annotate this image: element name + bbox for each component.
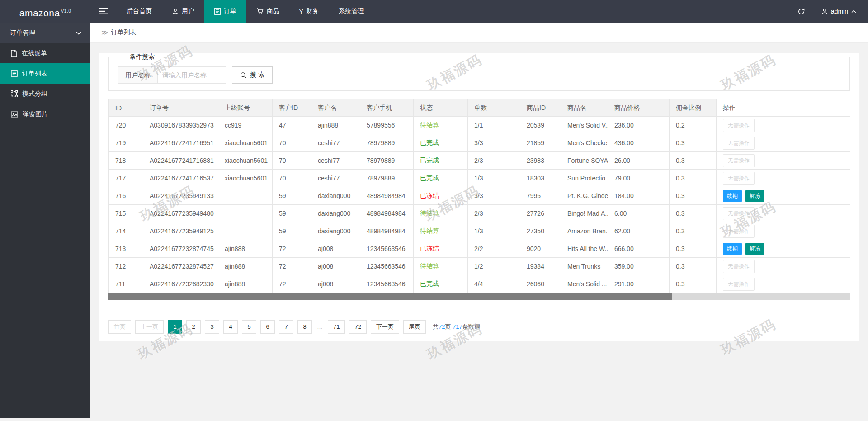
page-button-72[interactable]: 72 <box>349 320 366 334</box>
cell-order_count: 1/3 <box>468 170 520 187</box>
username-field-label: 用户名称 <box>118 66 158 84</box>
cell-parent_account: ajin888 <box>218 275 273 293</box>
cell-customer_phone: 78979889 <box>360 170 414 187</box>
cell-order_count: 2/3 <box>468 152 520 170</box>
page-button-8[interactable]: 8 <box>297 320 312 334</box>
cell-order_no: A02241677232874745 <box>143 240 218 258</box>
cell-order_count: 2/2 <box>468 240 520 258</box>
cell-status: 已冻结 <box>414 187 468 205</box>
cell-product_price: 359.00 <box>608 258 670 275</box>
nav-item-label: 财务 <box>306 7 319 15</box>
cell-order_count: 1/3 <box>468 222 520 240</box>
horizontal-scrollbar-track[interactable] <box>108 293 850 300</box>
nav-item-orders[interactable]: 订单 <box>204 0 246 23</box>
cell-customer_name: daxiang000 <box>311 187 360 205</box>
table-row: 718A02241677241716881xiaochuan560170cesh… <box>109 152 850 170</box>
cell-actions: 无需操作 <box>717 222 850 240</box>
cell-customer_id: 59 <box>273 222 311 240</box>
cell-customer_id: 70 <box>273 170 311 187</box>
unfreeze-button[interactable]: 解冻 <box>745 243 764 255</box>
nav-item-system[interactable]: 系统管理 <box>329 0 374 23</box>
cell-product_price: 436.00 <box>608 134 670 152</box>
nav-item-goods[interactable]: 商品 <box>246 0 289 23</box>
sidebar-group-order-management[interactable]: 订单管理 <box>0 23 90 43</box>
pagination-summary: 共72页 717条数据 <box>433 323 480 331</box>
page-button-1[interactable]: 1 <box>168 320 182 334</box>
sidebar-item-popup-image[interactable]: 弹窗图片 <box>0 104 90 124</box>
sidebar-item-order-list[interactable]: 订单列表 <box>0 63 90 84</box>
nav-item-users[interactable]: 用户 <box>162 0 204 23</box>
cell-status: 待结算 <box>414 258 468 275</box>
cell-product_id: 23983 <box>520 152 561 170</box>
nav-item-label: 订单 <box>224 7 236 15</box>
table-row: 712A02241677232874527ajin88872aj00812345… <box>109 258 850 275</box>
sidebar-item-online-dispatch[interactable]: 在线派单 <box>0 43 90 63</box>
page-button-6[interactable]: 6 <box>260 320 275 334</box>
table-row: 714A0224167723594912559daxiang0004898498… <box>109 222 850 240</box>
popup-image-icon <box>11 111 18 118</box>
sidebar-group-label: 订单管理 <box>10 29 35 37</box>
sidebar-item-label: 模式分组 <box>22 90 47 98</box>
cell-parent_account: xiaochuan5601 <box>218 170 273 187</box>
unfreeze-button[interactable]: 解冻 <box>745 190 764 202</box>
page-button-3[interactable]: 3 <box>205 320 219 334</box>
cell-commission_ratio: 0.3 <box>670 258 717 275</box>
cell-status: 已冻结 <box>414 240 468 258</box>
cell-product_id: 19384 <box>520 258 561 275</box>
user-menu[interactable]: admin <box>815 0 868 23</box>
renew-button[interactable]: 续期 <box>723 243 742 255</box>
table-row: 715A0224167723594948059daxiang0004898498… <box>109 205 850 222</box>
page-button-5[interactable]: 5 <box>242 320 256 334</box>
cell-parent_account <box>218 205 273 222</box>
cell-product_id: 9020 <box>520 240 561 258</box>
status-badge: 待结算 <box>420 209 439 217</box>
cell-order_count: 1/1 <box>468 117 520 134</box>
cell-id: 718 <box>109 152 143 170</box>
sidebar-collapse-toggle[interactable] <box>90 0 117 23</box>
status-badge: 已冻结 <box>420 192 439 199</box>
cell-product_price: 666.00 <box>608 240 670 258</box>
page-button-4[interactable]: 4 <box>223 320 238 334</box>
cell-id: 714 <box>109 222 143 240</box>
breadcrumb-label: 订单列表 <box>111 28 137 37</box>
cell-actions: 无需操作 <box>717 170 850 187</box>
last-page-button[interactable]: 尾页 <box>403 320 426 334</box>
cell-parent_account: ajin888 <box>218 240 273 258</box>
refresh-button[interactable] <box>788 0 815 23</box>
cell-status: 待结算 <box>414 205 468 222</box>
dispatch-icon <box>11 50 17 57</box>
column-header: 操作 <box>717 99 850 117</box>
page-button-71[interactable]: 71 <box>328 320 345 334</box>
cell-customer_name: ajin888 <box>311 117 360 134</box>
column-header: 客户名 <box>311 99 360 117</box>
cell-id: 719 <box>109 134 143 152</box>
nav-item-label: 系统管理 <box>339 7 364 15</box>
cell-order_count: 3/3 <box>468 187 520 205</box>
cell-commission_ratio: 0.3 <box>670 240 717 258</box>
username-input[interactable] <box>158 66 226 84</box>
status-badge: 待结算 <box>420 121 439 128</box>
search-button[interactable]: 搜 索 <box>232 66 273 84</box>
cell-actions: 无需操作 <box>717 205 850 222</box>
refresh-icon <box>797 8 805 15</box>
nav-item-label: 后台首页 <box>127 7 152 15</box>
column-header: 商品ID <box>520 99 561 117</box>
next-page-button[interactable]: 下一页 <box>371 320 399 334</box>
cell-customer_id: 47 <box>273 117 311 134</box>
no-action-button: 无需操作 <box>723 278 755 291</box>
main-content: ≫ 订单列表 条件搜索 用户名称 搜 索 ID订单号上级账号客户ID客户名客户手… <box>90 23 868 341</box>
cell-id: 711 <box>109 275 143 293</box>
cell-order_count: 4/4 <box>468 275 520 293</box>
nav-item-dashboard[interactable]: 后台首页 <box>117 0 162 23</box>
cell-status: 已完成 <box>414 170 468 187</box>
horizontal-scrollbar-thumb[interactable] <box>108 293 672 300</box>
chevron-up-icon <box>851 10 856 13</box>
table-row: 719A02241677241716951xiaochuan560170cesh… <box>109 134 850 152</box>
cell-id: 715 <box>109 205 143 222</box>
nav-item-finance[interactable]: ¥ 财务 <box>289 0 329 23</box>
sidebar-item-mode-group[interactable]: 模式分组 <box>0 84 90 104</box>
page-button-2[interactable]: 2 <box>186 320 201 334</box>
page-button-7[interactable]: 7 <box>279 320 293 334</box>
renew-button[interactable]: 续期 <box>723 190 742 202</box>
cell-product_name: Bingo! Mad A... <box>561 205 608 222</box>
